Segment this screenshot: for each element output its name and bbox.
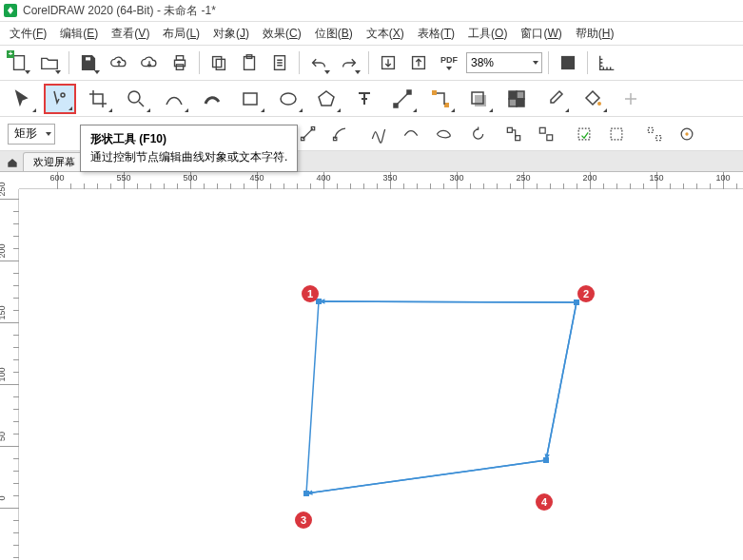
undo-button[interactable]: [305, 49, 332, 76]
svg-point-14: [128, 91, 140, 103]
svg-point-13: [61, 93, 65, 97]
svg-rect-49: [574, 299, 579, 305]
ruler-h-label: 400: [316, 173, 330, 183]
pick-tool[interactable]: [6, 84, 38, 114]
menu-x[interactable]: 文本(X): [361, 24, 410, 44]
fill-tool[interactable]: [577, 84, 609, 114]
zoom-value: 38%: [471, 56, 494, 69]
paste-button[interactable]: [236, 49, 263, 76]
ruler-v-label: 0: [0, 489, 7, 508]
node-convert-line-button[interactable]: [295, 121, 322, 147]
menu-c[interactable]: 效果(C): [257, 24, 307, 44]
rulers-button[interactable]: [594, 49, 620, 76]
publish-pdf-button[interactable]: PDF: [436, 49, 462, 76]
menu-h[interactable]: 帮助(H): [570, 24, 620, 44]
export-button[interactable]: [405, 49, 432, 76]
rectangle-tool[interactable]: [234, 84, 266, 114]
artistic-media-tool[interactable]: [196, 84, 228, 114]
menu-j[interactable]: 对象(J): [207, 24, 255, 44]
menu-b[interactable]: 位图(B): [309, 24, 359, 44]
eyedropper-tool[interactable]: [538, 84, 571, 114]
polygon-tool[interactable]: [310, 84, 342, 114]
menu-e[interactable]: 编辑(E): [54, 24, 104, 44]
import-button[interactable]: [375, 49, 401, 76]
ellipse-tool[interactable]: [272, 84, 304, 114]
svg-rect-37: [648, 127, 653, 132]
copy-button[interactable]: [205, 49, 232, 76]
text-tool[interactable]: [348, 84, 381, 114]
ruler-h-label: 200: [582, 173, 596, 183]
vertical-ruler[interactable]: 250200150100500: [0, 189, 19, 560]
zoom-level-combo[interactable]: 38%: [466, 52, 542, 73]
reverse-direction-button[interactable]: [468, 121, 495, 147]
rect-preset-combo[interactable]: 矩形: [8, 124, 55, 145]
ruler-h-label: 250: [516, 173, 530, 183]
menu-f[interactable]: 文件(F): [4, 24, 52, 44]
menu-l[interactable]: 布局(L): [157, 24, 205, 44]
dimension-tool[interactable]: [386, 84, 419, 114]
tab-welcome[interactable]: 欢迎屏幕: [23, 152, 86, 171]
align-nodes-button[interactable]: [641, 121, 668, 147]
extract-subpath-button[interactable]: [533, 121, 559, 147]
ruler-h-label: 600: [49, 173, 64, 183]
shape-tool[interactable]: [44, 84, 76, 114]
drop-shadow-tool[interactable]: [462, 84, 495, 114]
print-button[interactable]: [166, 49, 193, 76]
svg-rect-33: [539, 127, 545, 133]
horizontal-ruler[interactable]: 600550500450400350300250200150100: [19, 172, 743, 189]
svg-marker-41: [306, 301, 577, 493]
ruler-v-label: 50: [0, 427, 7, 446]
node-symmetric-button[interactable]: [430, 121, 457, 147]
svg-rect-23: [509, 91, 517, 99]
ruler-h-label: 450: [249, 173, 264, 183]
home-icon[interactable]: [4, 154, 21, 171]
close-curve-button[interactable]: [571, 121, 597, 147]
annotation-marker-2: 2: [577, 285, 595, 302]
connector-tool[interactable]: [424, 84, 457, 114]
polygon-shape[interactable]: [19, 189, 742, 560]
transparency-tool[interactable]: [500, 84, 533, 114]
clipboard-button[interactable]: [266, 49, 293, 76]
open-button[interactable]: [36, 49, 63, 76]
menu-o[interactable]: 工具(O): [462, 24, 513, 44]
crop-tool[interactable]: [82, 84, 114, 114]
svg-rect-1: [85, 57, 90, 62]
node-convert-curve-button[interactable]: [327, 121, 354, 147]
shape-tool-tooltip: 形状工具 (F10) 通过控制节点编辑曲线对象或文本字符.: [80, 125, 298, 172]
ruler-v-label: 250: [0, 180, 7, 199]
fullscreen-preview-button[interactable]: [555, 49, 581, 76]
annotation-marker-4: 4: [536, 493, 553, 511]
ruler-h-label: 550: [116, 173, 130, 183]
menu-v[interactable]: 查看(V): [106, 24, 155, 44]
zoom-tool[interactable]: [120, 84, 152, 114]
freehand-tool[interactable]: [158, 84, 190, 114]
svg-rect-5: [213, 57, 222, 68]
extend-curve-button[interactable]: [500, 121, 527, 147]
app-logo-icon: [4, 4, 17, 17]
new-document-button[interactable]: +: [6, 49, 32, 76]
annotation-marker-1: 1: [302, 285, 319, 302]
drawing-canvas[interactable]: 1234: [19, 189, 743, 560]
add-tool[interactable]: [615, 84, 647, 114]
svg-rect-32: [516, 135, 520, 140]
ruler-v-label: 100: [0, 365, 7, 384]
redo-button[interactable]: [336, 49, 362, 76]
stretch-nodes-button[interactable]: [603, 121, 630, 147]
cloud-upload-button[interactable]: [106, 49, 132, 76]
reflect-nodes-button[interactable]: [674, 121, 700, 147]
svg-rect-0: [14, 56, 25, 70]
svg-rect-34: [547, 134, 553, 140]
svg-rect-4: [176, 65, 183, 70]
node-smooth-button[interactable]: [398, 121, 424, 147]
menu-w[interactable]: 窗口(W): [515, 24, 567, 44]
ruler-v-label: 200: [0, 241, 7, 261]
svg-rect-6: [216, 59, 225, 69]
tooltip-description: 通过控制节点编辑曲线对象或文本字符.: [90, 149, 287, 165]
cloud-download-button[interactable]: [136, 49, 163, 76]
menu-t[interactable]: 表格(T): [412, 24, 460, 44]
tooltip-title: 形状工具 (F10): [90, 131, 287, 147]
save-button[interactable]: [75, 49, 102, 76]
node-cusp-button[interactable]: [365, 121, 392, 147]
svg-rect-26: [517, 99, 524, 106]
svg-rect-50: [543, 457, 549, 463]
